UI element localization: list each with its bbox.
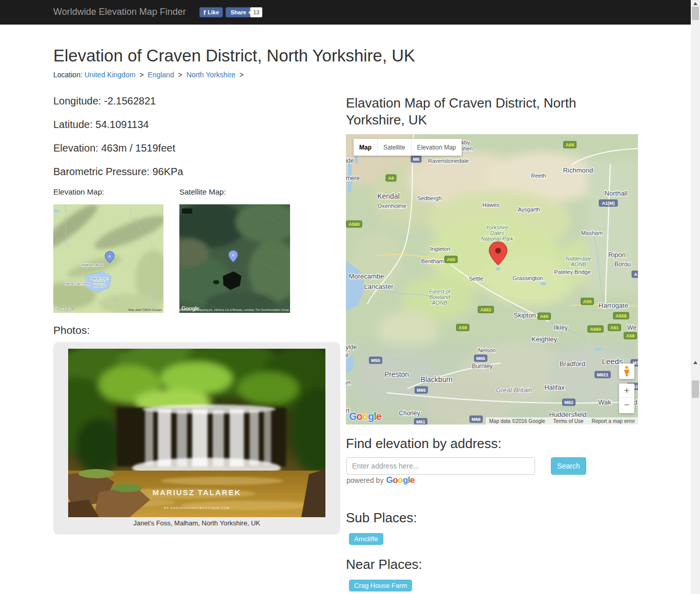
facebook-f-icon: f — [203, 9, 205, 16]
map-town-label: Nelson — [478, 347, 496, 353]
map-town-label: Bradford — [560, 360, 585, 368]
road-badge-label: A682 — [480, 307, 491, 312]
road-badge-label: A65 — [540, 314, 549, 319]
map-town-label: Chorley — [399, 410, 420, 417]
map-town-label: Richmond — [563, 166, 593, 174]
map-town-label: Aysgarth — [518, 206, 540, 213]
thumb-label-moss: Malham Tarn Moss — [65, 282, 91, 285]
share-count-badge: 13 — [250, 7, 262, 17]
google-logo-letter: G — [386, 475, 393, 485]
map-town-label: Borou — [614, 261, 631, 268]
map-town-label: Keighley — [531, 335, 557, 343]
map-park-label: AONB — [570, 261, 586, 267]
scrollbar-up-arrow-icon[interactable] — [693, 361, 697, 364]
near-place-crag-house-farm[interactable]: Crag House Farm — [349, 580, 412, 591]
map-zoom-control: + − — [619, 384, 634, 413]
map-town-label: Settle — [469, 275, 483, 282]
search-button[interactable]: Search — [551, 457, 586, 475]
map-town-label: Oxenholme — [378, 203, 406, 209]
road-badge-label: A58 — [626, 333, 635, 338]
address-input[interactable] — [346, 457, 535, 475]
page-title: Elevation of Craven District, North York… — [53, 46, 415, 66]
map-town-label: Halifax — [544, 384, 565, 391]
thumb-label-malham-moor: Malham Moor — [82, 263, 104, 267]
pressure-label: Barometric Pressure: — [53, 166, 150, 177]
longitude-value: -2.1562821 — [104, 95, 156, 107]
map-town-label: We — [627, 324, 636, 331]
thumb-attribution: Map data ©2016 Google — [129, 308, 162, 311]
breadcrumb-separator: > — [139, 71, 143, 79]
longitude-label: Longitude: — [53, 95, 101, 107]
terms-of-use-link[interactable]: Terms of Use — [553, 418, 584, 424]
photos-heading: Photos: — [53, 322, 90, 338]
facebook-share-label: Share — [231, 9, 246, 15]
map-type-map-button[interactable]: Map — [354, 139, 377, 156]
road-badge-label: A6 — [388, 176, 394, 181]
map-town-label: Morecambe — [349, 272, 384, 280]
road-badge-label: A59 — [459, 325, 467, 330]
map-town-label: Reeth — [531, 173, 546, 179]
google-logo-letter: e — [376, 411, 381, 422]
map-town-label: Lancaster — [364, 283, 394, 290]
map-terrain: YorkshireDalesNational ParkNidderdaleAON… — [346, 134, 638, 425]
road-badge-label: A1 — [634, 272, 638, 277]
scrollbar-thumb[interactable] — [692, 7, 699, 20]
map-town-label: Hawes — [482, 202, 500, 208]
pressure-row: Barometric Pressure: 96KPa — [53, 166, 183, 178]
google-logo-letter: o — [398, 475, 403, 485]
thumb-marker-letter: A — [108, 254, 111, 259]
facebook-like-button[interactable]: f Like — [199, 7, 223, 17]
map-town-label: indermere — [346, 175, 360, 182]
map-canvas[interactable]: YorkshireDalesNational ParkNidderdaleAON… — [346, 134, 638, 425]
latitude-value: 54.1091134 — [95, 119, 149, 130]
map-park-label: National Park — [481, 236, 513, 242]
powered-by-label: powered by — [346, 476, 383, 484]
breadcrumb-link-north-yorkshire[interactable]: North Yorkshire — [187, 71, 236, 79]
page: Worldwide Elevation Map Finder f Like Sh… — [0, 0, 700, 594]
map-town-label: Grassington — [512, 275, 543, 281]
map-region-label: Great Britain — [496, 387, 532, 394]
google-logo: Google — [55, 305, 73, 311]
powered-by: powered by Google — [346, 475, 415, 485]
breadcrumb-label: Location: — [53, 71, 83, 79]
elevation-value: 463m / 1519feet — [101, 142, 175, 154]
breadcrumb-link-united-kingdom[interactable]: United Kingdom — [85, 71, 136, 79]
vertical-scrollbar[interactable] — [691, 0, 700, 594]
scrollbar-up-arrow-icon[interactable] — [693, 2, 697, 5]
pressure-value: 96KPa — [152, 166, 183, 177]
pegman-control[interactable] — [619, 364, 634, 379]
road-badge-label: M65 — [417, 388, 426, 393]
breadcrumb-separator: > — [178, 71, 182, 79]
search-heading: Find elevation by address: — [346, 435, 502, 452]
map-park-label: AONB — [431, 300, 447, 306]
breadcrumb-link-england[interactable]: England — [148, 71, 174, 79]
breadcrumb: Location: United Kingdom > England > Nor… — [53, 71, 245, 79]
google-logo: Google — [386, 475, 415, 485]
elevation-thumb-canvas: Malham Moor Malham Tarn National Reserve… — [53, 204, 163, 313]
sub-place-arncliffe[interactable]: Arncliffe — [349, 533, 383, 545]
facebook-share-button[interactable]: Share — [225, 7, 252, 17]
map-town-label: leside — [346, 157, 354, 164]
map-type-elevation-button[interactable]: Elevation Map — [411, 139, 462, 156]
photo-janets-foss: MARIUSZ TALAREK MT.PHOTOGRAPHYBOUTIQUE.C… — [68, 349, 325, 517]
google-logo-letter: o — [362, 411, 368, 422]
road-badge-label: A59 — [583, 299, 592, 304]
facebook-like-label: Like — [208, 9, 219, 15]
near-places-heading: Near Places: — [346, 556, 422, 573]
map-town-label: ol — [346, 352, 348, 359]
map-type-satellite-button[interactable]: Satellite — [377, 139, 411, 156]
google-logo-letter: g — [368, 411, 374, 422]
map-town-label: Harrogate — [599, 302, 628, 309]
thumb-label-reserve-3: Reserve — [94, 284, 106, 287]
zoom-in-button[interactable]: + — [619, 384, 634, 398]
road-badge-label: M621 — [597, 372, 609, 377]
road-badge-label: A658 — [615, 313, 627, 319]
google-logo-letter: o — [393, 475, 398, 485]
zoom-out-button[interactable]: − — [619, 398, 634, 412]
scrollbar-thumb[interactable] — [692, 380, 699, 398]
report-map-error-link[interactable]: Report a map error — [592, 418, 635, 424]
elevation-map-thumbnail: Malham Moor Malham Tarn National Reserve… — [53, 204, 163, 313]
road-badge-label: A660 — [590, 327, 601, 332]
map-town-label: Preston — [384, 370, 409, 378]
map-town-label: Ingleton — [430, 246, 450, 252]
